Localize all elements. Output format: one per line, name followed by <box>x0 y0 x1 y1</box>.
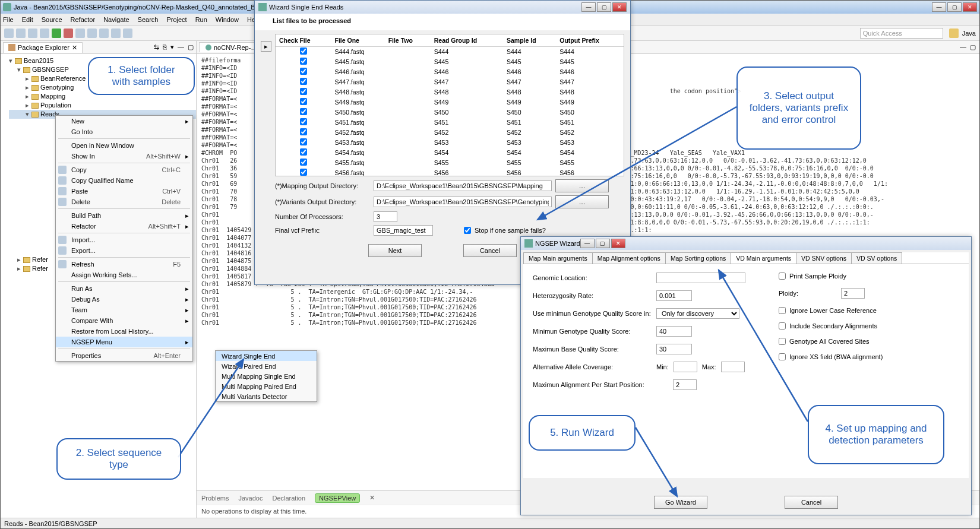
ngsep-submenu[interactable]: Wizard Single EndWizard Paired EndMulti … <box>215 350 317 402</box>
tool-icon[interactable] <box>111 28 121 38</box>
ctx-build-path[interactable]: Build Path▸ <box>56 210 192 221</box>
perspective-icon[interactable] <box>949 28 959 38</box>
row-checkbox[interactable] <box>300 47 307 55</box>
menu-edit[interactable]: Edit <box>22 16 33 23</box>
row-checkbox[interactable] <box>300 148 307 156</box>
link-icon[interactable]: ⎘ <box>163 43 167 51</box>
package-explorer-tab[interactable]: Package Explorer ✕ <box>3 42 83 53</box>
mapping-output-dir-input[interactable] <box>374 180 552 191</box>
menu-refactor[interactable]: Refactor <box>71 16 96 23</box>
maximize-icon[interactable]: ▢ <box>188 43 194 51</box>
cancel-button[interactable]: Cancel <box>785 496 838 509</box>
tab-vd-main-arguments[interactable]: VD Main arguments <box>731 252 796 264</box>
maximize-button[interactable]: ▢ <box>597 2 611 12</box>
ctx-delete[interactable]: DeleteDelete <box>56 197 192 207</box>
maximize-button[interactable]: ▢ <box>596 239 610 248</box>
ctx-run-as[interactable]: Run As▸ <box>56 283 192 294</box>
tree-node[interactable]: ▸Population <box>9 101 196 110</box>
ctx-properties[interactable]: PropertiesAlt+Enter <box>56 350 192 361</box>
minimize-button[interactable]: — <box>580 239 595 248</box>
num-processors-input[interactable] <box>374 211 397 222</box>
table-row[interactable]: S446.fastqS446S446S446 <box>276 66 624 77</box>
close-button[interactable]: ✕ <box>612 2 627 12</box>
javadoc-tab[interactable]: Javadoc <box>238 495 263 502</box>
table-row[interactable]: S445.fastqS445S445S445 <box>276 56 624 66</box>
ctx-compare-with[interactable]: Compare With▸ <box>56 315 192 326</box>
table-row[interactable]: S449.fastqS449S449S449 <box>276 97 624 107</box>
ctx-restore-from-local-history-[interactable]: Restore from Local History... <box>56 326 192 337</box>
vcf-prefix-input[interactable] <box>374 225 433 236</box>
table-row[interactable]: S456.fastqS456S456S456 <box>276 167 624 176</box>
collapse-icon[interactable]: ⇆ <box>154 43 159 51</box>
sub-multi-mapping-paired-end[interactable]: Multi Mapping Paired End <box>216 381 317 391</box>
row-checkbox[interactable] <box>300 88 307 95</box>
row-checkbox[interactable] <box>300 138 307 145</box>
ctx-ngsep-menu[interactable]: NGSEP Menu▸ <box>56 337 192 347</box>
tool-icon[interactable] <box>99 28 109 38</box>
menu-search[interactable]: Search <box>138 16 159 23</box>
close-icon[interactable]: ✕ <box>369 494 375 502</box>
heterozygosity-rate-input[interactable] <box>656 290 692 301</box>
ctx-paste[interactable]: PasteCtrl+V <box>56 186 192 197</box>
ignore-xs-checkbox[interactable] <box>779 353 786 360</box>
menu-run[interactable]: Run <box>195 16 207 23</box>
ctx-debug-as[interactable]: Debug As▸ <box>56 294 192 305</box>
tab-vd-snv-options[interactable]: VD SNV options <box>796 252 852 264</box>
row-checkbox[interactable] <box>300 128 307 135</box>
minimize-icon[interactable]: — <box>960 43 966 51</box>
table-row[interactable]: S452.fastqS452S452S452 <box>276 127 624 137</box>
cancel-button[interactable]: Cancel <box>463 244 517 257</box>
expand-button[interactable]: ▸ <box>261 41 271 52</box>
ctx-go-into[interactable]: Go Into <box>56 126 192 137</box>
ctx-assign-working-sets-[interactable]: Assign Working Sets... <box>56 270 192 280</box>
sub-multi-variants-detector[interactable]: Multi Variants Detector <box>216 391 317 401</box>
table-row[interactable]: S453.fastqS453S453S453 <box>276 137 624 147</box>
genotype-all-checkbox[interactable] <box>779 338 786 345</box>
next-button[interactable]: Next <box>368 244 422 257</box>
row-checkbox[interactable] <box>300 108 307 115</box>
tool-icon[interactable] <box>87 28 97 38</box>
ctx-open-in-new-window[interactable]: Open in New Window <box>56 140 192 151</box>
close-button[interactable]: ✕ <box>611 239 625 248</box>
menu-window[interactable]: Window <box>216 16 239 23</box>
ignore-lowercase-checkbox[interactable] <box>779 307 786 314</box>
debug-icon[interactable] <box>64 28 73 38</box>
variants-output-dir-input[interactable] <box>374 197 552 207</box>
go-wizard-button[interactable]: Go Wizard <box>654 496 707 509</box>
ctx-team[interactable]: Team▸ <box>56 305 192 315</box>
tab-map-main-arguments[interactable]: Map Main arguments <box>523 252 593 264</box>
ngsepview-tab[interactable]: NGSEPView <box>315 493 360 503</box>
row-checkbox[interactable] <box>300 98 307 105</box>
browse-button[interactable]: … <box>555 195 609 208</box>
minimize-icon[interactable]: — <box>178 43 184 51</box>
include-secondary-checkbox[interactable] <box>779 322 786 330</box>
tool-icon[interactable] <box>4 28 14 38</box>
tool-icon[interactable] <box>28 28 37 38</box>
stop-on-fail-checkbox[interactable] <box>464 227 471 234</box>
row-checkbox[interactable] <box>300 68 307 75</box>
close-icon[interactable]: ✕ <box>72 44 77 52</box>
ctx-copy-qualified-name[interactable]: Copy Qualified Name <box>56 175 192 186</box>
problems-tab[interactable]: Problems <box>201 495 229 502</box>
sub-multi-mapping-single-end[interactable]: Multi Mapping Single End <box>216 371 317 381</box>
genomic-location-input[interactable] <box>656 273 745 283</box>
ctx-import-[interactable]: Import... <box>56 235 192 245</box>
tool-icon[interactable] <box>16 28 26 38</box>
menu-navigate[interactable]: Navigate <box>103 16 129 23</box>
gq-usage-select[interactable]: Only for discovery <box>656 308 739 319</box>
declaration-tab[interactable]: Declaration <box>272 495 305 502</box>
browse-button[interactable]: … <box>555 179 609 192</box>
table-row[interactable]: S447.fastqS447S447S447 <box>276 77 624 87</box>
tab-map-alignment-options[interactable]: Map Alignment options <box>592 252 666 264</box>
tool-icon[interactable] <box>40 28 49 38</box>
max-bq-input[interactable] <box>656 344 692 354</box>
menu-file[interactable]: File <box>3 16 14 23</box>
view-menu-icon[interactable]: ▾ <box>170 43 174 51</box>
menu-project[interactable]: Project <box>166 16 186 23</box>
sub-wizard-paired-end[interactable]: Wizard Paired End <box>216 361 317 371</box>
table-row[interactable]: S450.fastqS450S450S450 <box>276 107 624 117</box>
table-row[interactable]: S454.fastqS454S454S454 <box>276 147 624 157</box>
ctx-export-[interactable]: Export... <box>56 245 192 256</box>
row-checkbox[interactable] <box>300 159 307 166</box>
row-checkbox[interactable] <box>300 58 307 65</box>
